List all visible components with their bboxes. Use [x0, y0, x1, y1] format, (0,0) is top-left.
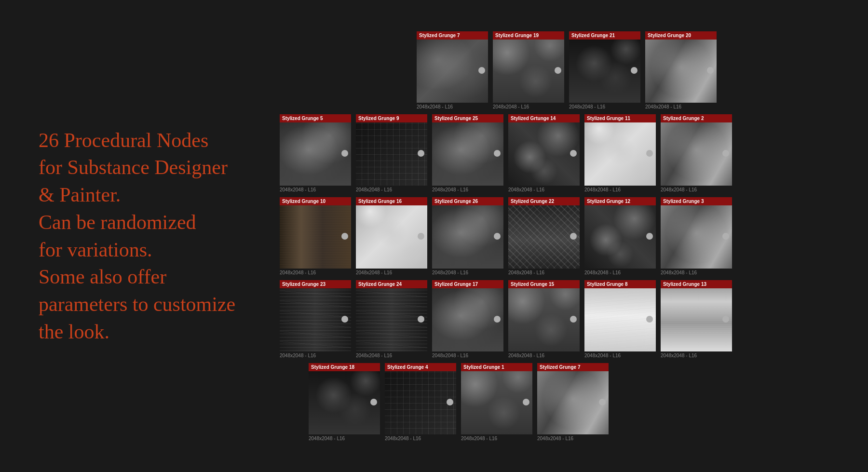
texture-name-label: Stylized Grunge 5	[280, 114, 351, 122]
texture-card: Stylized Grunge 212048x2048 - L16	[569, 31, 640, 109]
texture-meta-label: 2048x2048 - L16	[280, 351, 351, 358]
texture-dot-indicator	[418, 233, 424, 240]
texture-meta-label: 2048x2048 - L16	[432, 269, 503, 275]
texture-dot-indicator	[494, 316, 501, 323]
texture-meta-label: 2048x2048 - L16	[280, 186, 351, 192]
texture-meta-label: 2048x2048 - L16	[385, 434, 456, 441]
texture-image: Stylized Grunge 2	[661, 114, 732, 186]
grid-row-5: Stylized Grunge 182048x2048 - L16Stylize…	[280, 363, 854, 441]
texture-name-label: Stylized Grunge 22	[508, 197, 580, 205]
texture-name-label: Stylized Grunge 16	[356, 197, 427, 205]
texture-meta-label: 2048x2048 - L16	[493, 103, 564, 109]
texture-card: Stylized Grunge 232048x2048 - L16	[280, 280, 351, 358]
texture-name-label: Stylized Grunge 18	[309, 363, 380, 371]
texture-name-label: Stylized Grunge 9	[356, 114, 427, 122]
texture-dot-indicator	[570, 150, 577, 157]
texture-name-label: Stylized Grunge 4	[385, 363, 456, 371]
texture-image: Stylized Grunge 22	[508, 197, 580, 269]
texture-meta-label: 2048x2048 - L16	[661, 269, 732, 275]
texture-meta-label: 2048x2048 - L16	[661, 351, 732, 358]
texture-dot-indicator	[707, 67, 714, 74]
texture-meta-label: 2048x2048 - L16	[569, 103, 640, 109]
texture-meta-label: 2048x2048 - L16	[280, 269, 351, 275]
texture-dot-indicator	[722, 316, 729, 323]
texture-dot-indicator	[722, 150, 729, 157]
texture-image: Stylized Grunge 10	[280, 197, 351, 269]
texture-card: Stylized Grunge 162048x2048 - L16	[356, 197, 427, 275]
texture-name-label: Stylized Grunge 11	[584, 114, 656, 122]
right-panel: Stylized Grunge 72048x2048 - L16Stylized…	[270, 0, 868, 472]
grid-row-2: Stylized Grunge 52048x2048 - L16Stylized…	[280, 114, 854, 192]
texture-card: Stylized Grunge 202048x2048 - L16	[645, 31, 717, 109]
texture-card: Stylized Grunge 192048x2048 - L16	[493, 31, 564, 109]
texture-name-label: Stylized Grunge 20	[645, 31, 717, 40]
texture-name-label: Stylized Grunge 12	[584, 197, 656, 205]
texture-name-label: Stylized Grunge 7	[417, 31, 488, 40]
texture-image: Stylized Grunge 1	[461, 363, 532, 434]
texture-meta-label: 2048x2048 - L16	[584, 269, 656, 275]
texture-dot-indicator	[370, 399, 377, 405]
texture-image: Stylized Grunge 12	[584, 197, 656, 269]
texture-card: Stylized Grunge 182048x2048 - L16	[309, 363, 380, 441]
texture-card: Stylized Grunge 222048x2048 - L16	[508, 197, 580, 275]
texture-name-label: Stylized Grunge 19	[493, 31, 564, 40]
texture-image: Stylized Grunge 26	[432, 197, 503, 269]
texture-name-label: Stylized Grunge 13	[661, 280, 732, 288]
texture-name-label: Stylized Grunge 1	[461, 363, 532, 371]
texture-card: Stylized Grunge 72048x2048 - L16	[417, 31, 488, 109]
texture-card: Stylized Grunge 122048x2048 - L16	[584, 197, 656, 275]
texture-card: Stylized Grunge 102048x2048 - L16	[280, 197, 351, 275]
texture-image: Stylized Grunge 11	[584, 114, 656, 186]
texture-dot-indicator	[570, 233, 577, 240]
grid-row-1: Stylized Grunge 72048x2048 - L16Stylized…	[280, 31, 854, 109]
texture-meta-label: 2048x2048 - L16	[432, 351, 503, 358]
texture-name-label: Stylized Grunge 3	[661, 197, 732, 205]
texture-image: Stylized Grunge 16	[356, 197, 427, 269]
texture-meta-label: 2048x2048 - L16	[584, 186, 656, 192]
texture-dot-indicator	[341, 233, 348, 240]
texture-name-label: Stylized Grunge 23	[280, 280, 351, 288]
texture-image: Stylized Grunge 23	[280, 280, 351, 351]
texture-name-label: Stylized Grunge 8	[584, 280, 656, 288]
texture-dot-indicator	[447, 399, 453, 405]
texture-card: Stylized Grunge 172048x2048 - L16	[432, 280, 503, 358]
hero-text: 26 Procedural Nodesfor Substance Designe…	[39, 127, 235, 346]
texture-dot-indicator	[478, 67, 485, 74]
texture-dot-indicator	[341, 316, 348, 323]
texture-meta-label: 2048x2048 - L16	[537, 434, 609, 441]
texture-meta-label: 2048x2048 - L16	[508, 186, 580, 192]
texture-image: Stylized Grunge 18	[309, 363, 380, 434]
texture-dot-indicator	[418, 316, 424, 323]
texture-card: Stylized Grunge 52048x2048 - L16	[280, 114, 351, 192]
texture-dot-indicator	[646, 150, 653, 157]
texture-meta-label: 2048x2048 - L16	[417, 103, 488, 109]
texture-name-label: Stylized Grtunge 14	[508, 114, 580, 122]
texture-image: Stylized Grunge 4	[385, 363, 456, 434]
texture-card: Stylized Grunge 12048x2048 - L16	[461, 363, 532, 441]
texture-card: Stylized Grunge 112048x2048 - L16	[584, 114, 656, 192]
texture-dot-indicator	[722, 233, 729, 240]
texture-name-label: Stylized Grunge 2	[661, 114, 732, 122]
texture-dot-indicator	[341, 150, 348, 157]
texture-card: Stylized Grunge 262048x2048 - L16	[432, 197, 503, 275]
texture-image: Stylized Grunge 17	[432, 280, 503, 351]
texture-card: Stylized Grunge 22048x2048 - L16	[661, 114, 732, 192]
texture-meta-label: 2048x2048 - L16	[584, 351, 656, 358]
texture-meta-label: 2048x2048 - L16	[309, 434, 380, 441]
texture-name-label: Stylized Grunge 10	[280, 197, 351, 205]
texture-name-label: Stylized Grunge 26	[432, 197, 503, 205]
texture-meta-label: 2048x2048 - L16	[661, 186, 732, 192]
texture-card: Stylized Grunge 242048x2048 - L16	[356, 280, 427, 358]
grid-row-4: Stylized Grunge 232048x2048 - L16Stylize…	[280, 280, 854, 358]
texture-name-label: Stylized Grunge 21	[569, 31, 640, 40]
texture-dot-indicator	[523, 399, 529, 405]
texture-card: Stylized Grunge 32048x2048 - L16	[661, 197, 732, 275]
texture-meta-label: 2048x2048 - L16	[461, 434, 532, 441]
texture-meta-label: 2048x2048 - L16	[356, 186, 427, 192]
grid-row-3: Stylized Grunge 102048x2048 - L16Stylize…	[280, 197, 854, 275]
texture-name-label: Stylized Grunge 7	[537, 363, 609, 371]
texture-dot-indicator	[418, 150, 424, 157]
texture-image: Stylized Grunge 21	[569, 31, 640, 103]
texture-image: Stylized Grunge 24	[356, 280, 427, 351]
texture-meta-label: 2048x2048 - L16	[508, 269, 580, 275]
